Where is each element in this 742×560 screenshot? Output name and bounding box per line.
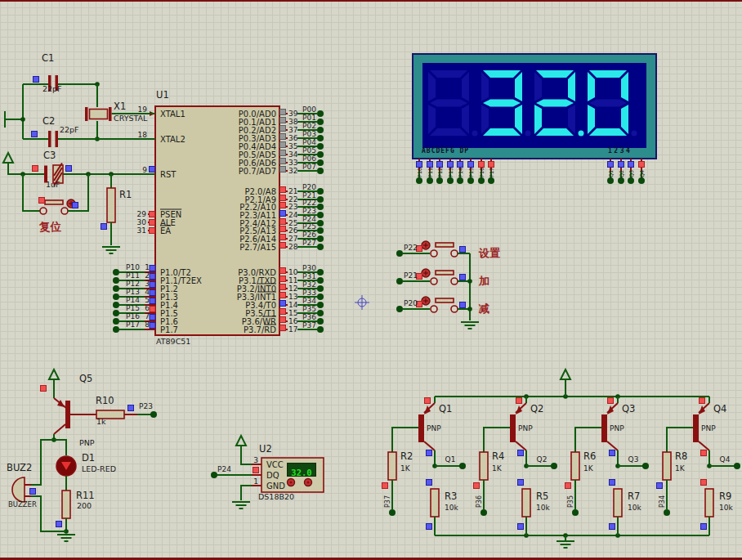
terminal-dot[interactable]: [459, 463, 466, 469]
r11-body[interactable]: [62, 491, 70, 518]
terminal-dot[interactable]: [317, 220, 324, 226]
terminal-dot[interactable]: [317, 310, 324, 316]
terminal-dot[interactable]: [113, 326, 119, 333]
terminal-dot[interactable]: [113, 269, 119, 276]
terminal-dot[interactable]: [317, 188, 324, 195]
key-function-label: 减: [478, 302, 489, 315]
terminal-dot[interactable]: [317, 143, 324, 150]
r1-body[interactable]: [107, 188, 115, 222]
terminal-dot[interactable]: [572, 509, 579, 516]
terminal-dot[interactable]: [317, 326, 324, 333]
c2-plate[interactable]: [48, 131, 51, 147]
net-label: Q3: [628, 455, 639, 464]
key-terminal[interactable]: [431, 278, 437, 284]
driver-transistor-body[interactable]: [601, 414, 607, 442]
terminal-dot[interactable]: [317, 302, 324, 308]
base-resistor-body[interactable]: [388, 452, 396, 480]
terminal-dot[interactable]: [628, 177, 634, 184]
pull-resistor-body[interactable]: [522, 489, 530, 517]
terminal-dot[interactable]: [664, 509, 670, 516]
pull-resistor-body[interactable]: [705, 489, 713, 517]
key-terminal[interactable]: [431, 250, 437, 257]
c2-plate[interactable]: [56, 131, 59, 147]
pull-resistor-body[interactable]: [431, 489, 439, 517]
terminal-dot[interactable]: [317, 119, 324, 125]
base-resistor-body[interactable]: [480, 452, 488, 480]
terminal-dot[interactable]: [317, 244, 324, 250]
driver-transistor-body[interactable]: [693, 414, 699, 442]
terminal-dot[interactable]: [447, 177, 454, 184]
terminal-dot[interactable]: [317, 227, 324, 234]
net-label: P15: [126, 304, 140, 312]
key-bar[interactable]: [436, 271, 454, 275]
terminal-dot[interactable]: [317, 293, 324, 300]
terminal-dot[interactable]: [113, 277, 119, 284]
key-terminal[interactable]: [451, 278, 458, 284]
buzzer-body[interactable]: [12, 477, 25, 502]
reset-button-terminal[interactable]: [61, 208, 68, 214]
pin-state-square: [280, 187, 286, 193]
driver-transistor-body[interactable]: [510, 414, 516, 442]
terminal-dot[interactable]: [317, 235, 324, 242]
terminal-dot[interactable]: [457, 177, 463, 184]
net-label: Q3: [628, 170, 635, 177]
reset-button-bar[interactable]: [45, 200, 63, 204]
pin-state-square: [66, 166, 72, 172]
terminal-dot[interactable]: [396, 306, 403, 312]
terminal-dot[interactable]: [150, 411, 157, 418]
terminal-dot[interactable]: [467, 177, 474, 184]
terminal-dot[interactable]: [317, 127, 324, 133]
pin-state-square: [150, 290, 155, 296]
terminal-dot[interactable]: [618, 177, 624, 184]
display-decimal-point: [632, 131, 637, 137]
pin-state-square: [468, 162, 474, 168]
reset-button-terminal[interactable]: [40, 208, 47, 214]
terminal-dot[interactable]: [113, 310, 119, 316]
pull-resistor-body[interactable]: [614, 489, 622, 517]
key-terminal[interactable]: [451, 306, 458, 312]
terminal-dot[interactable]: [396, 250, 403, 257]
q5-transistor-body[interactable]: [65, 401, 70, 428]
base-resistor-body[interactable]: [663, 452, 671, 480]
terminal-dot[interactable]: [436, 177, 443, 184]
key-bar[interactable]: [436, 243, 454, 247]
terminal-dot[interactable]: [416, 177, 422, 184]
terminal-dot[interactable]: [638, 177, 645, 184]
terminal-dot[interactable]: [478, 177, 485, 184]
crystal-body[interactable]: [90, 110, 108, 119]
pin-state-square: [382, 483, 388, 489]
terminal-dot[interactable]: [113, 285, 119, 292]
terminal-dot[interactable]: [317, 204, 324, 210]
key-terminal[interactable]: [451, 250, 458, 257]
terminal-dot[interactable]: [317, 285, 324, 292]
terminal-dot[interactable]: [113, 318, 119, 325]
terminal-dot[interactable]: [317, 110, 324, 117]
terminal-dot[interactable]: [427, 177, 433, 184]
terminal-dot[interactable]: [396, 278, 403, 284]
terminal-dot[interactable]: [317, 277, 324, 284]
key-terminal[interactable]: [431, 306, 437, 312]
terminal-dot[interactable]: [488, 177, 494, 184]
terminal-dot[interactable]: [607, 177, 614, 184]
terminal-dot[interactable]: [211, 472, 217, 478]
terminal-dot[interactable]: [317, 135, 324, 141]
terminal-dot[interactable]: [317, 151, 324, 158]
terminal-dot[interactable]: [317, 159, 324, 166]
terminal-dot[interactable]: [317, 318, 324, 325]
terminal-dot[interactable]: [551, 463, 557, 469]
terminal-dot[interactable]: [113, 302, 119, 308]
terminal-dot[interactable]: [317, 196, 324, 203]
terminal-dot[interactable]: [113, 293, 119, 300]
terminal-dot[interactable]: [317, 269, 324, 276]
base-resistor-body[interactable]: [571, 452, 579, 480]
key-bar[interactable]: [436, 298, 454, 302]
driver-transistor-body[interactable]: [418, 414, 424, 442]
pin-number: 36: [288, 134, 298, 142]
terminal-dot[interactable]: [481, 509, 487, 516]
terminal-dot[interactable]: [317, 212, 324, 218]
terminal-dot[interactable]: [389, 509, 396, 516]
net-label: P15: [468, 168, 475, 177]
terminal-dot[interactable]: [317, 168, 324, 174]
terminal-dot[interactable]: [734, 463, 740, 469]
terminal-dot[interactable]: [642, 463, 649, 469]
